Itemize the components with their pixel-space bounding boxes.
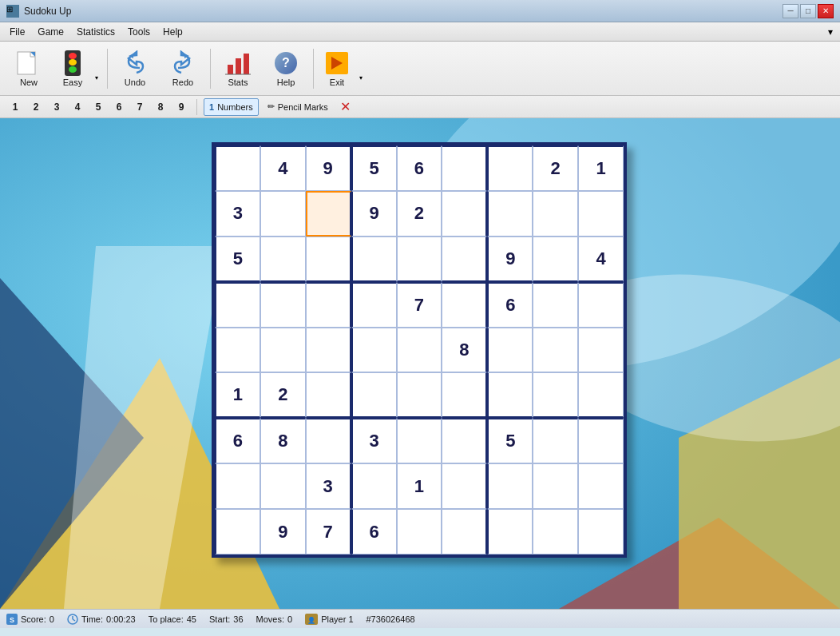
cell-r2-c0[interactable]: 5 — [215, 237, 260, 282]
help-button[interactable]: ? Help — [263, 46, 308, 92]
num-btn-6[interactable]: 6 — [110, 98, 128, 116]
cell-r4-c5[interactable]: 8 — [442, 328, 487, 373]
cell-r7-c5[interactable] — [442, 463, 487, 509]
cell-r3-c1[interactable] — [260, 282, 306, 328]
cell-r5-c8[interactable] — [578, 372, 624, 418]
num-btn-5[interactable]: 5 — [89, 98, 107, 116]
cell-r4-c7[interactable] — [533, 328, 578, 373]
cell-r8-c3[interactable]: 6 — [351, 509, 397, 555]
cell-r3-c6[interactable]: 6 — [487, 282, 533, 328]
exit-dropdown-arrow[interactable]: ▾ — [355, 46, 367, 92]
num-btn-7[interactable]: 7 — [131, 98, 149, 116]
cell-r3-c4[interactable]: 7 — [397, 282, 442, 328]
cell-r6-c5[interactable] — [442, 418, 487, 463]
cell-r7-c2[interactable]: 3 — [306, 463, 351, 509]
stats-button[interactable]: Stats — [216, 46, 260, 92]
cell-r7-c4[interactable]: 1 — [397, 463, 442, 509]
num-btn-2[interactable]: 2 — [27, 98, 45, 116]
menu-file[interactable]: File — [3, 25, 31, 39]
cell-r5-c5[interactable] — [442, 372, 487, 418]
num-btn-4[interactable]: 4 — [69, 98, 86, 116]
pencil-marks-button[interactable]: ✏ Pencil Marks — [262, 98, 334, 116]
cell-r0-c8[interactable]: 1 — [578, 145, 624, 191]
cell-r6-c4[interactable] — [397, 418, 442, 463]
cell-r8-c1[interactable]: 9 — [260, 509, 306, 555]
cell-r5-c1[interactable]: 2 — [260, 372, 306, 418]
exit-button-group[interactable]: Exit ▾ — [319, 46, 367, 92]
cell-r6-c7[interactable] — [533, 418, 578, 463]
cell-r7-c6[interactable] — [487, 463, 533, 509]
cell-r0-c2[interactable]: 9 — [306, 145, 351, 191]
cell-r6-c1[interactable]: 8 — [260, 418, 306, 463]
cell-r2-c4[interactable] — [397, 237, 442, 282]
cell-r2-c2[interactable] — [306, 237, 351, 282]
cell-r3-c8[interactable] — [578, 282, 624, 328]
num-btn-8[interactable]: 8 — [152, 98, 169, 116]
cell-r2-c6[interactable]: 9 — [487, 237, 533, 282]
cell-r2-c3[interactable] — [351, 237, 397, 282]
cell-r6-c8[interactable] — [578, 418, 624, 463]
cell-r8-c6[interactable] — [487, 509, 533, 555]
cell-r8-c5[interactable] — [442, 509, 487, 555]
cell-r0-c5[interactable] — [442, 145, 487, 191]
cell-r1-c1[interactable] — [260, 191, 306, 237]
close-button[interactable]: ✕ — [818, 4, 834, 18]
cell-r3-c2[interactable] — [306, 282, 351, 328]
cell-r2-c5[interactable] — [442, 237, 487, 282]
cell-r6-c6[interactable]: 5 — [487, 418, 533, 463]
cell-r1-c5[interactable] — [442, 191, 487, 237]
cell-r3-c5[interactable] — [442, 282, 487, 328]
cell-r0-c6[interactable] — [487, 145, 533, 191]
cell-r3-c7[interactable] — [533, 282, 578, 328]
menu-statistics[interactable]: Statistics — [70, 25, 121, 39]
cell-r7-c0[interactable] — [215, 463, 260, 509]
cell-r0-c1[interactable]: 4 — [260, 145, 306, 191]
cell-r1-c0[interactable]: 3 — [215, 191, 260, 237]
cell-r1-c6[interactable] — [487, 191, 533, 237]
cell-r6-c0[interactable]: 6 — [215, 418, 260, 463]
cell-r1-c4[interactable]: 2 — [397, 191, 442, 237]
redo-button[interactable]: Redo — [160, 46, 205, 92]
cell-r4-c3[interactable] — [351, 328, 397, 373]
cell-r7-c8[interactable] — [578, 463, 624, 509]
num-btn-9[interactable]: 9 — [172, 98, 190, 116]
cell-r4-c1[interactable] — [260, 328, 306, 373]
cell-r5-c2[interactable] — [306, 372, 351, 418]
cell-r4-c6[interactable] — [487, 328, 533, 373]
cell-r2-c1[interactable] — [260, 237, 306, 282]
cell-r4-c4[interactable] — [397, 328, 442, 373]
easy-button[interactable]: Easy — [54, 46, 91, 92]
cell-r8-c4[interactable] — [397, 509, 442, 555]
num-btn-1[interactable]: 1 — [6, 98, 24, 116]
menu-game[interactable]: Game — [31, 25, 70, 39]
cell-r1-c3[interactable]: 9 — [351, 191, 397, 237]
cell-r5-c0[interactable]: 1 — [215, 372, 260, 418]
cell-r0-c3[interactable]: 5 — [351, 145, 397, 191]
erase-button[interactable]: ✕ — [337, 98, 355, 116]
cell-r2-c7[interactable] — [533, 237, 578, 282]
cell-r1-c8[interactable] — [578, 191, 624, 237]
cell-r8-c7[interactable] — [533, 509, 578, 555]
menu-help[interactable]: Help — [157, 25, 189, 39]
cell-r4-c8[interactable] — [578, 328, 624, 373]
cell-r4-c2[interactable] — [306, 328, 351, 373]
cell-r7-c7[interactable] — [533, 463, 578, 509]
cell-r8-c8[interactable] — [578, 509, 624, 555]
easy-dropdown-arrow[interactable]: ▾ — [91, 46, 102, 92]
cell-r1-c7[interactable] — [533, 191, 578, 237]
cell-r4-c0[interactable] — [215, 328, 260, 373]
cell-r8-c2[interactable]: 7 — [306, 509, 351, 555]
cell-r1-c2[interactable] — [306, 191, 351, 237]
num-btn-3[interactable]: 3 — [48, 98, 65, 116]
new-button[interactable]: New — [6, 46, 51, 92]
cell-r5-c6[interactable] — [487, 372, 533, 418]
undo-button[interactable]: Undo — [113, 46, 157, 92]
sudoku-board[interactable]: 49562139259476812683531976 — [212, 142, 627, 558]
maximize-button[interactable]: □ — [800, 4, 816, 18]
numbers-mode-button[interactable]: 1 Numbers — [204, 98, 259, 116]
menu-tools[interactable]: Tools — [121, 25, 157, 39]
menu-dropdown-arrow[interactable]: ▾ — [824, 24, 837, 40]
exit-button[interactable]: Exit — [319, 46, 355, 92]
cell-r5-c3[interactable] — [351, 372, 397, 418]
cell-r3-c0[interactable] — [215, 282, 260, 328]
